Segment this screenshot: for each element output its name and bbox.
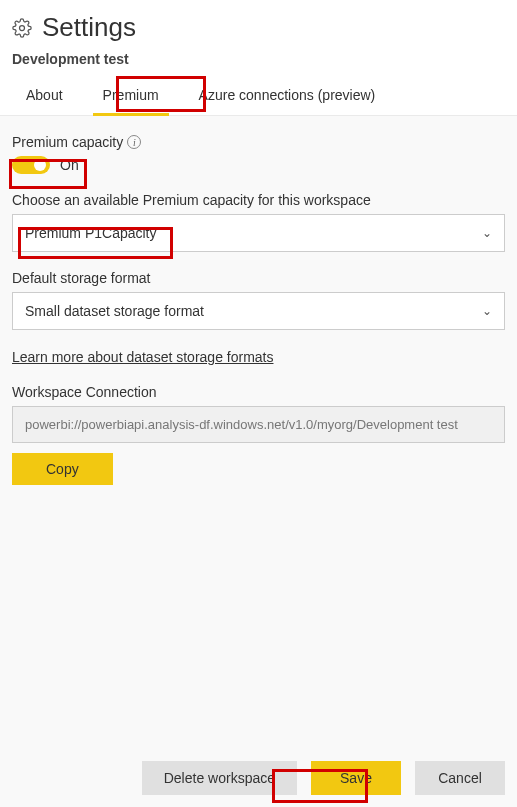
storage-format-value: Small dataset storage format [25, 303, 204, 319]
info-icon[interactable]: i [127, 135, 141, 149]
svg-point-0 [20, 25, 25, 30]
workspace-connection-label: Workspace Connection [12, 384, 505, 400]
footer-buttons: Delete workspace Save Cancel [142, 761, 505, 795]
gear-icon [12, 18, 32, 38]
learn-more-link[interactable]: Learn more about dataset storage formats [12, 349, 273, 365]
chevron-down-icon: ⌄ [482, 304, 492, 318]
workspace-name: Development test [0, 51, 517, 77]
choose-capacity-label: Choose an available Premium capacity for… [12, 192, 505, 208]
tab-azure-connections[interactable]: Azure connections (preview) [181, 77, 394, 115]
toggle-knob [34, 159, 46, 171]
premium-capacity-label: Premium capacity i [12, 134, 505, 150]
tab-strip: About Premium Azure connections (preview… [0, 77, 517, 116]
save-button[interactable]: Save [311, 761, 401, 795]
settings-header: Settings [0, 0, 517, 51]
storage-format-select[interactable]: Small dataset storage format ⌄ [12, 292, 505, 330]
copy-button[interactable]: Copy [12, 453, 113, 485]
storage-format-label: Default storage format [12, 270, 505, 286]
cancel-button[interactable]: Cancel [415, 761, 505, 795]
toggle-state-label: On [60, 157, 79, 173]
tab-content: Premium capacity i On Choose an availabl… [0, 116, 517, 515]
premium-capacity-toggle[interactable] [12, 156, 50, 174]
capacity-select-value: Premium P1Capacity [25, 225, 157, 241]
delete-workspace-button[interactable]: Delete workspace [142, 761, 297, 795]
workspace-connection-field: powerbi://powerbiapi.analysis-df.windows… [12, 406, 505, 443]
tab-premium[interactable]: Premium [85, 77, 177, 115]
chevron-down-icon: ⌄ [482, 226, 492, 240]
tab-about[interactable]: About [8, 77, 81, 115]
page-title: Settings [42, 12, 136, 43]
capacity-select[interactable]: Premium P1Capacity ⌄ [12, 214, 505, 252]
